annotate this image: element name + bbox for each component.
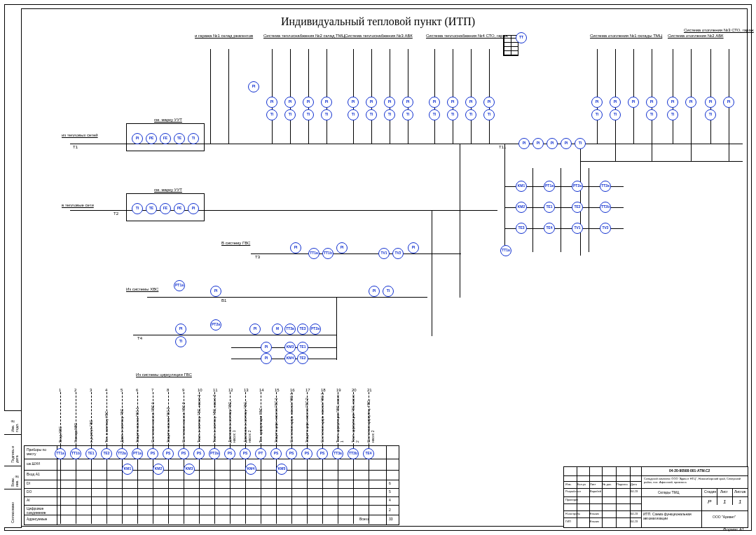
mid-tag: KM4 xyxy=(245,464,256,475)
instr-tag: PI xyxy=(532,138,544,149)
instr-tag: TT1b xyxy=(322,248,334,259)
col-sheets: Листов xyxy=(734,489,745,494)
hdr-sys4: Система теплоснабжения №4 СТО, гараж xyxy=(426,34,503,38)
col-tag: TE1 xyxy=(85,448,97,459)
instr-tag: PT2a xyxy=(210,319,221,331)
col-tag: PS xyxy=(163,448,174,459)
row-label: DO xyxy=(27,489,32,494)
instr-tag: TE xyxy=(146,203,157,214)
col-desc: Темп. циркуляции ГВС, насос 1 xyxy=(336,392,344,443)
instr-tag: TV1 xyxy=(378,248,390,259)
col-tag: PT xyxy=(255,448,266,459)
col-tag: TT1a xyxy=(55,448,66,459)
vconn xyxy=(432,210,432,336)
instr-tag: KM4 xyxy=(284,353,296,364)
instr-tag: TE3 xyxy=(297,324,308,335)
val-sheets: 1 xyxy=(738,499,741,505)
name: Воробей xyxy=(590,489,601,493)
hdr: Кол.уч xyxy=(577,482,586,486)
sheet-title: ИТП. Схема функциональная автоматизации xyxy=(643,512,699,520)
col-tag: TT3b xyxy=(348,448,359,459)
hdr-sys3: Система теплоснабжения №3 АБК xyxy=(345,34,422,38)
lbl-uut1: см. марку УУТ xyxy=(154,118,182,122)
instr-tag: PI xyxy=(369,286,380,297)
row-label: DI xyxy=(27,481,30,485)
instr-tag: PI xyxy=(261,353,272,364)
pipe-label: Т4 xyxy=(137,336,142,340)
pipe-label: В1 xyxy=(221,298,226,303)
org: ООО "Ариант" xyxy=(713,515,736,519)
instr-tag: PI xyxy=(175,324,186,335)
role: ГИП xyxy=(565,520,571,523)
pipe-label: Т3 xyxy=(255,255,260,259)
instr-tag: TI xyxy=(383,286,394,297)
drawing-no: 04-20-90508-001-АТМ.С2 xyxy=(669,468,710,473)
margin-stamp: Инв. № подл. Подпись и дата Взам. инв. №… xyxy=(4,410,22,528)
hdr-heat1: Система отопления №1 склады ТМЦ xyxy=(590,34,660,38)
hdr: Лист xyxy=(590,482,596,486)
mid-tag: KM3 xyxy=(184,464,195,475)
col-tag: TE2 xyxy=(101,448,112,459)
pipe-t4c xyxy=(231,359,336,359)
lbl-supply: из тепловых сетей xyxy=(62,133,98,137)
col-stage: Стадия xyxy=(704,489,716,494)
instr-tag: TT1a xyxy=(308,248,319,259)
hdr-sys2: Система теплоснабжения №2 склад ТМЦ, xyxy=(263,34,341,38)
count: 5 xyxy=(389,489,391,494)
instr-tag: PI xyxy=(518,138,530,149)
hdr: Изм. xyxy=(565,482,572,486)
instr-tag: KM3 xyxy=(284,342,296,353)
instr-tag: TT3a xyxy=(284,324,296,335)
total-value: 33 xyxy=(389,517,393,521)
instr-tag: PT1a xyxy=(174,280,185,291)
instr-tag: PE xyxy=(146,133,157,144)
count: 6 xyxy=(389,481,391,485)
col-sheet: Лист xyxy=(720,489,728,494)
col-tag: PS xyxy=(224,448,235,459)
lbl-hvs: Из системы ХВС xyxy=(126,287,158,291)
margin-label: Инв. № подл. xyxy=(11,414,19,432)
instr-tag: PT2a xyxy=(310,324,321,335)
instr-tag: PI xyxy=(408,242,419,253)
pipe-label: Т1 xyxy=(73,145,78,149)
role: Н.контроль xyxy=(565,512,580,515)
drawing-sheet: Инв. № подл. Подпись и дата Взам. инв. №… xyxy=(0,0,756,535)
instr-tag: PI xyxy=(336,242,348,253)
instr-tag: PI xyxy=(547,138,558,149)
col-tag: PS xyxy=(147,448,158,459)
lbl-uut2: см. марку УУТ xyxy=(154,188,182,192)
instr-tag: FE xyxy=(160,133,171,144)
pipe-b1 xyxy=(147,297,427,298)
col-tag: PS xyxy=(240,448,251,459)
pipe-t4 xyxy=(133,335,336,335)
pipe-label: Т2 xyxy=(114,211,118,216)
instr-tag: PI xyxy=(188,203,199,214)
date: 04.23 xyxy=(631,512,638,515)
mid-tag: KM5 xyxy=(276,464,287,475)
instr-tag: TV2 xyxy=(392,248,404,259)
col-tag: TT3a xyxy=(332,448,343,459)
col-tag: PT1a xyxy=(132,448,143,459)
instr-tag: PI xyxy=(132,133,143,144)
instr-tag: TE1 xyxy=(297,342,308,353)
instr-tag: FE xyxy=(160,203,171,214)
vconn xyxy=(460,144,460,298)
col-desc: Темп. циркуляции ГВС, насос 2 xyxy=(351,392,359,443)
vconn xyxy=(336,297,337,360)
row-label: шк.ШУИ xyxy=(27,461,40,466)
lbl-gvs: В систему ГВС xyxy=(221,241,250,245)
role: Проверил xyxy=(565,498,578,501)
val-sheet: 1 xyxy=(723,499,726,505)
project: Складской комплекс ООО "Ариант НТЦ", Нов… xyxy=(644,477,745,484)
mid-tag: KM1 xyxy=(122,464,133,475)
col-tag: PT2a xyxy=(209,448,220,459)
vconn xyxy=(580,144,581,256)
count: 2 xyxy=(389,508,391,512)
val-stage: Р xyxy=(708,499,711,505)
page-title: Индивидуальный тепловой пункт (ИТП) xyxy=(0,15,756,28)
name: Елькин xyxy=(590,512,599,515)
col-desc: Состояние циркуляц. ГВС, насос 2 xyxy=(366,392,375,443)
col-tag: PS xyxy=(178,448,189,459)
col-tag: PS xyxy=(301,448,312,459)
instr-tag: TI xyxy=(175,336,186,347)
